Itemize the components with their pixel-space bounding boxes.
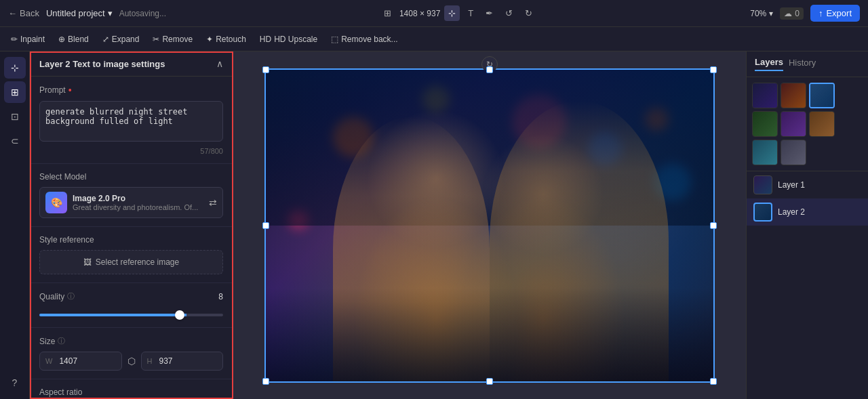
model-section-label: Select Model xyxy=(39,172,223,182)
history-tab[interactable]: History xyxy=(789,58,816,70)
inpaint-button[interactable]: ✏ Inpaint xyxy=(5,32,50,47)
resize-handle-middle-left[interactable] xyxy=(262,222,269,229)
layer-thumb-2[interactable] xyxy=(781,83,806,108)
resize-handle-bottom-left[interactable] xyxy=(262,378,269,385)
resize-handle-bottom-right[interactable] xyxy=(710,378,717,385)
project-title[interactable]: Untitled project ▾ xyxy=(46,8,113,18)
layers-tool-button[interactable]: ⊞ xyxy=(4,81,26,103)
thumb-inner-1 xyxy=(753,83,777,108)
autosave-status: Autosaving... xyxy=(119,9,166,18)
layer-thumb-3-selected[interactable] xyxy=(809,83,835,108)
thumb-inner-5 xyxy=(781,112,806,136)
zoom-control[interactable]: 70% ▾ xyxy=(750,9,773,18)
model-settings-button[interactable]: ⇄ xyxy=(209,197,217,208)
remove-button[interactable]: ✂ Remove xyxy=(147,32,198,47)
select-reference-image-button[interactable]: 🖼 Select reference image xyxy=(39,250,223,274)
layer-thumb-7[interactable] xyxy=(752,140,778,165)
resize-handle-bottom-middle[interactable] xyxy=(486,378,493,385)
transform-tool-button[interactable]: ⊡ xyxy=(4,106,26,127)
expand-icon: ⤢ xyxy=(102,35,109,44)
redo-button[interactable]: ↻ xyxy=(521,5,536,21)
blend-button[interactable]: ⊕ Blend xyxy=(53,32,94,47)
thumb-inner-3 xyxy=(810,84,833,107)
prompt-section: Prompt • generate blurred night street b… xyxy=(30,77,233,164)
icon-sidebar: ⊹ ⊞ ⊡ ⊂ ? xyxy=(0,51,30,399)
blend-icon: ⊕ xyxy=(58,35,65,44)
model-selector[interactable]: 🎨 Image 2.0 Pro Great diversity and phot… xyxy=(39,187,223,218)
layer-thumb-1[interactable] xyxy=(752,83,778,108)
zoom-chevron-icon: ▾ xyxy=(769,9,773,18)
style-reference-label: Style reference xyxy=(39,235,223,245)
resize-handle-middle-right[interactable] xyxy=(710,222,717,229)
settings-panel: Layer 2 Text to image settings ∧ Prompt … xyxy=(30,51,233,399)
expand-button[interactable]: ⤢ Expand xyxy=(97,32,145,47)
blend-label: Blend xyxy=(68,35,89,44)
height-label: H xyxy=(142,353,157,369)
thumb-inner-7 xyxy=(753,140,777,165)
remove-label: Remove xyxy=(162,35,193,44)
topbar-right: 70% ▾ ☁ 0 ↑ Export xyxy=(750,5,860,22)
retouch-label: Retouch xyxy=(216,35,246,44)
fit-screen-button[interactable]: ⊞ xyxy=(380,5,395,21)
back-button[interactable]: ← Back xyxy=(8,8,39,18)
export-button[interactable]: ↑ Export xyxy=(810,5,860,22)
link-dimensions-icon[interactable]: ⬡ xyxy=(127,356,136,366)
layer-thumb-5[interactable] xyxy=(781,111,806,137)
cursor-tool-button[interactable]: ⊹ xyxy=(4,57,26,79)
quality-label: Quality ⓘ xyxy=(39,291,75,301)
back-icon: ← xyxy=(8,8,17,18)
quality-info-icon[interactable]: ⓘ xyxy=(67,291,75,301)
layer1-thumbnail xyxy=(753,175,772,194)
required-indicator: • xyxy=(68,85,72,96)
canvas-area[interactable]: ↻ xyxy=(233,51,746,399)
expand-label: Expand xyxy=(112,35,140,44)
layer2-name: Layer 2 xyxy=(778,207,805,217)
resize-handle-top-middle[interactable] xyxy=(486,66,493,73)
undo-button[interactable]: ↺ xyxy=(501,5,517,21)
remove-bg-button[interactable]: ⬚ Remove back... xyxy=(326,32,403,47)
select-reference-label: Select reference image xyxy=(96,257,179,267)
hd-icon: HD xyxy=(260,35,271,44)
canvas-wrapper: ↻ xyxy=(264,68,715,383)
export-label: Export xyxy=(826,8,852,18)
sub-toolbar: ✏ Inpaint ⊕ Blend ⤢ Expand ✂ Remove ✦ Re… xyxy=(0,27,868,51)
layers-tab[interactable]: Layers xyxy=(755,57,783,71)
text-tool-button[interactable]: T xyxy=(464,5,477,21)
upscale-button[interactable]: HD HD Upscale xyxy=(254,32,323,47)
height-input[interactable] xyxy=(156,352,197,370)
layer-thumb-6[interactable] xyxy=(809,111,835,137)
quality-value: 8 xyxy=(218,292,223,301)
select-tool-button[interactable]: ⊹ xyxy=(444,5,460,21)
layer-entry-2[interactable]: Layer 2 xyxy=(747,198,868,226)
layer2-thumbnail xyxy=(753,203,772,222)
remove-bg-icon: ⬚ xyxy=(331,35,338,44)
counter-value: 0 xyxy=(795,9,800,18)
height-input-group: H xyxy=(141,352,224,371)
layer-thumb-8[interactable] xyxy=(781,140,806,165)
size-info-icon[interactable]: ⓘ xyxy=(58,336,65,346)
layer-thumb-4[interactable] xyxy=(752,111,778,137)
char-count: 57/800 xyxy=(39,147,223,155)
retouch-button[interactable]: ✦ Retouch xyxy=(201,32,252,47)
model-info: Image 2.0 Pro Great diversity and photor… xyxy=(73,194,203,211)
resize-handle-top-left[interactable] xyxy=(262,66,269,73)
model-name: Image 2.0 Pro xyxy=(73,194,203,203)
width-input-group: W xyxy=(39,352,122,371)
style-reference-section: Style reference 🖼 Select reference image xyxy=(30,227,233,283)
prompt-input[interactable]: generate blurred night street background… xyxy=(39,101,223,142)
quality-slider[interactable] xyxy=(39,314,223,316)
resize-handle-top-right[interactable] xyxy=(710,66,717,73)
size-row: W ⬡ H xyxy=(39,352,223,371)
layer-entry-1[interactable]: Layer 1 xyxy=(747,171,868,198)
brush-tool-button[interactable]: ⊂ xyxy=(4,130,26,152)
help-button[interactable]: ? xyxy=(4,372,26,394)
layer-entries: Layer 1 Layer 2 xyxy=(747,171,868,399)
panel-title: Layer 2 Text to image settings xyxy=(39,59,165,69)
width-input[interactable] xyxy=(56,352,97,370)
topbar-left: ← Back Untitled project ▾ Autosaving... xyxy=(8,8,166,18)
thumb-inner-6 xyxy=(810,112,834,136)
panel-collapse-button[interactable]: ∧ xyxy=(216,58,223,69)
zoom-level: 70% xyxy=(750,9,766,18)
pen-tool-button[interactable]: ✒ xyxy=(481,5,497,21)
width-label: W xyxy=(40,353,56,369)
